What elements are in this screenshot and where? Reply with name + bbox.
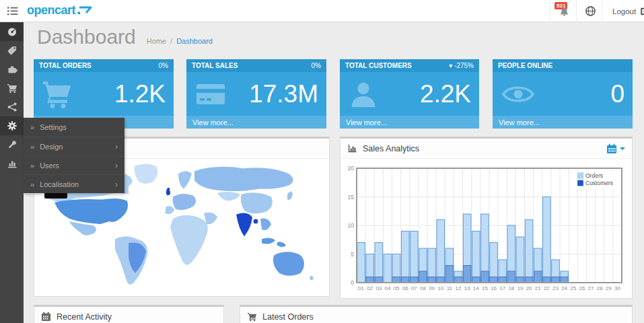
calendar-icon (41, 312, 51, 322)
chevron-right-icon (115, 161, 118, 170)
svg-text:24: 24 (561, 285, 567, 291)
menu-toggle-icon[interactable] (7, 5, 19, 17)
sidebar-item-tools[interactable] (0, 135, 24, 154)
bell-icon (559, 6, 570, 20)
tile-body: 17.3M (186, 72, 326, 116)
opencart-logo[interactable]: opencart (27, 3, 94, 17)
menu-item-localisation[interactable]: Localisation (24, 174, 124, 193)
language-globe-button[interactable] (579, 0, 602, 22)
divider (550, 0, 550, 22)
logo-text: opencart (27, 3, 75, 17)
svg-text:03: 03 (375, 285, 382, 291)
tile-value: 17.3M (249, 80, 318, 108)
svg-text:14: 14 (473, 285, 479, 291)
svg-text:19: 19 (517, 285, 524, 291)
svg-text:04: 04 (385, 285, 391, 291)
svg-text:02: 02 (367, 285, 373, 291)
sidebar-item-dashboard[interactable] (0, 22, 24, 41)
svg-text:16: 16 (491, 285, 497, 291)
tile-body: 0 (493, 72, 633, 116)
double-chevron-icon (30, 123, 34, 131)
sidebar-nav (0, 22, 24, 323)
svg-text:09: 09 (429, 285, 435, 291)
breadcrumb-current-link[interactable]: Dashboard (176, 37, 213, 45)
svg-text:Orders: Orders (585, 172, 603, 179)
sidebar-item-catalog[interactable] (0, 41, 24, 60)
view-more-link[interactable]: View more... (340, 116, 479, 129)
sidebar-item-marketing[interactable] (0, 98, 24, 116)
tile-change: ▾ -275% (449, 62, 474, 69)
svg-text:23: 23 (552, 285, 559, 291)
sidebar-item-extensions[interactable] (0, 60, 24, 79)
page-title: Dashboard (37, 26, 136, 48)
svg-text:06: 06 (402, 285, 408, 291)
tag-icon (7, 45, 17, 56)
view-more-link[interactable]: View more... (186, 116, 326, 129)
eye-icon (501, 81, 536, 107)
sales-analytics-header: Sales Analytics (341, 139, 632, 159)
logout-label: Logout (612, 7, 636, 15)
tile-header: TOTAL CUSTOMERS ▾ -275% (340, 59, 479, 72)
sidebar-item-system[interactable] (0, 116, 24, 135)
svg-text:15: 15 (482, 285, 488, 291)
dashboard-gauge-icon (7, 26, 17, 37)
caret-down-icon (620, 147, 625, 150)
svg-text:17: 17 (499, 285, 505, 291)
tile-total-sales: TOTAL SALES 0% 17.3M View more... (186, 59, 326, 129)
logout-button[interactable]: Logout (604, 0, 644, 22)
svg-text:13: 13 (464, 285, 470, 291)
calendar-icon (606, 143, 617, 154)
user-icon (348, 79, 379, 109)
svg-text:Customers: Customers (585, 180, 613, 186)
svg-text:26: 26 (579, 285, 585, 291)
notifications-button[interactable]: 521 (553, 0, 575, 22)
svg-text:28: 28 (597, 285, 603, 291)
svg-text:29: 29 (606, 285, 612, 291)
tile-header: PEOPLE ONLINE (493, 59, 633, 72)
menu-item-label: Localisation (40, 180, 115, 188)
top-bar: opencart 521 Log (0, 0, 644, 22)
sign-out-icon (639, 7, 644, 16)
menu-item-settings[interactable]: Settings (24, 118, 124, 137)
svg-text:18: 18 (508, 285, 514, 291)
recent-activity-header: Recent Activity (34, 307, 223, 323)
tile-total-customers: TOTAL CUSTOMERS ▾ -275% 2.2K View more..… (340, 59, 479, 129)
date-range-dropdown[interactable] (606, 143, 625, 154)
chevron-right-icon (115, 180, 118, 189)
system-flyout-menu: Settings Design Users Localisation (24, 118, 124, 193)
double-chevron-icon (30, 162, 34, 170)
panel-title: Sales Analytics (363, 144, 419, 153)
view-more-link[interactable]: View more... (493, 116, 633, 129)
sales-bar-chart: 0510152001020304050607080910111213141516… (341, 159, 632, 297)
svg-text:07: 07 (411, 285, 417, 291)
shopping-cart-icon (42, 79, 74, 109)
opencart-admin-dashboard: opencart 521 Log (0, 0, 644, 323)
breadcrumb-separator (166, 37, 176, 45)
logo-cart-icon (77, 5, 94, 15)
svg-text:01: 01 (358, 285, 364, 291)
svg-text:05: 05 (394, 285, 400, 291)
gear-icon (7, 120, 17, 131)
tile-title: TOTAL CUSTOMERS (345, 62, 412, 69)
svg-text:27: 27 (588, 285, 594, 291)
menu-item-design[interactable]: Design (24, 137, 124, 155)
svg-text:22: 22 (544, 285, 550, 291)
divider (576, 0, 577, 22)
svg-text:30: 30 (614, 285, 620, 291)
tile-change: 0% (159, 62, 168, 69)
svg-text:15: 15 (348, 194, 355, 201)
svg-text:12: 12 (456, 285, 462, 291)
menu-item-users[interactable]: Users (24, 155, 124, 174)
menu-item-label: Users (40, 162, 115, 170)
sidebar-item-reports[interactable] (0, 154, 24, 173)
page-heading: Dashboard Home Dashboard (37, 26, 213, 48)
tile-change: 0% (312, 62, 321, 69)
panel-title: Recent Activity (57, 312, 112, 322)
double-chevron-icon (30, 180, 34, 188)
breadcrumb-home-link[interactable]: Home (147, 37, 166, 45)
share-icon (7, 102, 17, 112)
sidebar-item-sales[interactable] (0, 79, 24, 98)
wrench-icon (7, 139, 17, 150)
tile-people-online: PEOPLE ONLINE 0 View more... (493, 59, 633, 129)
svg-text:20: 20 (348, 165, 355, 172)
